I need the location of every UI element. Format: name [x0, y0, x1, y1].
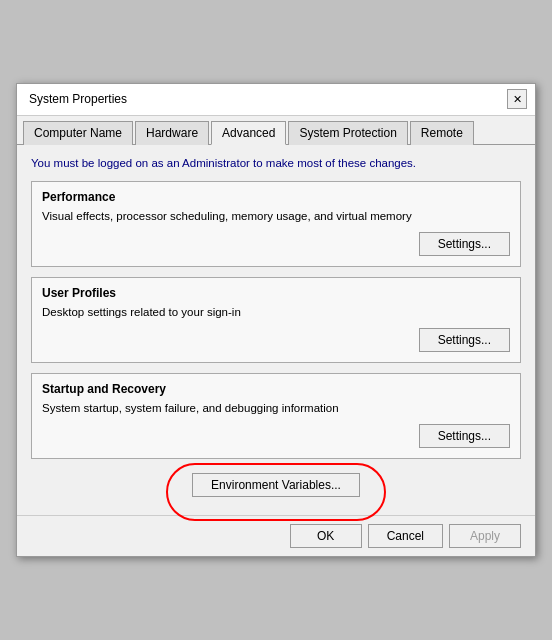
ok-button[interactable]: OK — [290, 524, 362, 548]
tab-advanced[interactable]: Advanced — [211, 121, 286, 145]
close-button[interactable]: ✕ — [507, 89, 527, 109]
tab-computer-name[interactable]: Computer Name — [23, 121, 133, 145]
admin-notice: You must be logged on as an Administrato… — [31, 155, 521, 171]
system-properties-dialog: System Properties ✕ Computer Name Hardwa… — [16, 83, 536, 557]
startup-recovery-settings-button[interactable]: Settings... — [419, 424, 510, 448]
tab-hardware[interactable]: Hardware — [135, 121, 209, 145]
user-profiles-section-desc: Desktop settings related to your sign-in — [42, 304, 510, 320]
performance-section: Performance Visual effects, processor sc… — [31, 181, 521, 267]
environment-variables-button[interactable]: Environment Variables... — [192, 473, 360, 497]
tab-system-protection[interactable]: System Protection — [288, 121, 407, 145]
cancel-button[interactable]: Cancel — [368, 524, 443, 548]
performance-section-title: Performance — [42, 190, 510, 204]
tab-remote[interactable]: Remote — [410, 121, 474, 145]
performance-settings-button[interactable]: Settings... — [419, 232, 510, 256]
startup-recovery-section-desc: System startup, system failure, and debu… — [42, 400, 510, 416]
dialog-title: System Properties — [29, 92, 127, 106]
dialog-footer: OK Cancel Apply — [17, 515, 535, 556]
environment-variables-row: Environment Variables... — [31, 473, 521, 497]
performance-section-desc: Visual effects, processor scheduling, me… — [42, 208, 510, 224]
apply-button[interactable]: Apply — [449, 524, 521, 548]
user-profiles-section-title: User Profiles — [42, 286, 510, 300]
tab-bar: Computer Name Hardware Advanced System P… — [17, 116, 535, 145]
tab-content: You must be logged on as an Administrato… — [17, 145, 535, 515]
user-profiles-settings-button[interactable]: Settings... — [419, 328, 510, 352]
title-bar: System Properties ✕ — [17, 84, 535, 116]
startup-recovery-section: Startup and Recovery System startup, sys… — [31, 373, 521, 459]
startup-recovery-section-title: Startup and Recovery — [42, 382, 510, 396]
user-profiles-section: User Profiles Desktop settings related t… — [31, 277, 521, 363]
